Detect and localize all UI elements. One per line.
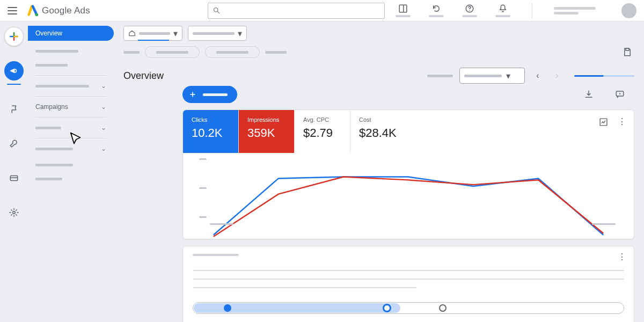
svg-point-6	[469, 10, 470, 11]
download-icon[interactable]	[584, 90, 594, 99]
filter-chip[interactable]	[205, 46, 260, 58]
search-icon	[213, 6, 221, 14]
metric-tile[interactable]: Impressions359K	[239, 110, 295, 153]
metric-tile[interactable]: Cost$28.4K	[350, 110, 406, 153]
create-button[interactable]	[4, 27, 24, 46]
help-icon[interactable]	[462, 4, 477, 17]
date-range-picker[interactable]: ▾	[459, 68, 525, 84]
avatar[interactable]	[621, 3, 636, 18]
rail-billing-icon[interactable]	[4, 169, 24, 188]
side-nav: Overview ⌄ Campaigns⌄ ⌄ ⌄	[28, 21, 114, 322]
nav-item[interactable]: ⌄	[28, 121, 114, 135]
product-logo[interactable]: Google Ads	[27, 5, 90, 17]
menu-icon[interactable]	[8, 7, 17, 14]
save-icon[interactable]	[623, 47, 632, 57]
left-rail	[0, 21, 28, 322]
notifications-icon[interactable]	[495, 4, 510, 17]
rail-campaigns-icon[interactable]	[4, 61, 24, 80]
home-icon	[128, 30, 136, 37]
nav-overview[interactable]: Overview	[28, 26, 114, 41]
rail-goals-icon[interactable]	[4, 100, 24, 119]
nav-item[interactable]: ⌄	[28, 79, 114, 93]
progress-slider[interactable]	[193, 302, 624, 314]
nav-campaigns[interactable]: Campaigns⌄	[28, 100, 114, 114]
new-card-button[interactable]	[182, 86, 237, 103]
svg-rect-12	[10, 178, 18, 179]
nav-item[interactable]	[28, 44, 114, 58]
svg-point-0	[35, 13, 38, 16]
search-input[interactable]	[208, 3, 385, 19]
svg-line-2	[217, 11, 219, 13]
top-utility-icons	[396, 3, 636, 18]
svg-rect-14	[626, 48, 629, 50]
svg-rect-4	[403, 5, 404, 12]
filter-chip[interactable]	[145, 46, 200, 58]
filter-row	[123, 46, 634, 58]
metric-row: Clicks10.2K Impressions359K Avg. CPC$2.7…	[183, 110, 634, 153]
account-switcher[interactable]	[554, 7, 596, 14]
page-title: Overview	[123, 70, 164, 82]
compare-label	[427, 75, 453, 77]
nav-item[interactable]	[28, 158, 114, 172]
nav-item[interactable]	[28, 58, 114, 72]
feedback-icon[interactable]	[615, 90, 625, 99]
scope-chip-campaign[interactable]: ▾	[188, 26, 247, 41]
recommendation-card: ⋮	[182, 246, 634, 322]
rail-tools-icon[interactable]	[4, 134, 24, 153]
card-menu-icon[interactable]: ⋮	[618, 252, 626, 262]
date-prev-icon[interactable]: ‹	[531, 69, 544, 82]
scope-chip-account[interactable]: ▾	[123, 26, 182, 41]
svg-point-1	[214, 8, 218, 12]
card-menu-icon[interactable]: ⋮	[618, 118, 626, 127]
reports-icon[interactable]	[396, 4, 411, 17]
rail-admin-icon[interactable]	[4, 203, 24, 222]
line-chart[interactable]	[199, 156, 618, 231]
content-column: ⋮ Clicks10.2K Impressions359K Avg. CPC$2…	[182, 86, 634, 322]
ads-logo-icon	[27, 5, 39, 17]
date-next-icon: ›	[551, 69, 564, 82]
refresh-icon[interactable]	[429, 4, 444, 17]
metric-tile[interactable]: Clicks10.2K	[183, 110, 239, 153]
metric-tile[interactable]: Avg. CPC$2.79	[295, 110, 350, 153]
top-bar: Google Ads	[0, 0, 644, 21]
expand-chart-icon[interactable]	[599, 118, 608, 127]
svg-point-13	[13, 211, 16, 214]
nav-item[interactable]	[28, 172, 114, 186]
product-name: Google Ads	[42, 5, 90, 16]
nav-item[interactable]: ⌄	[28, 142, 114, 156]
scorecard-card: ⋮ Clicks10.2K Impressions359K Avg. CPC$2…	[182, 109, 634, 239]
